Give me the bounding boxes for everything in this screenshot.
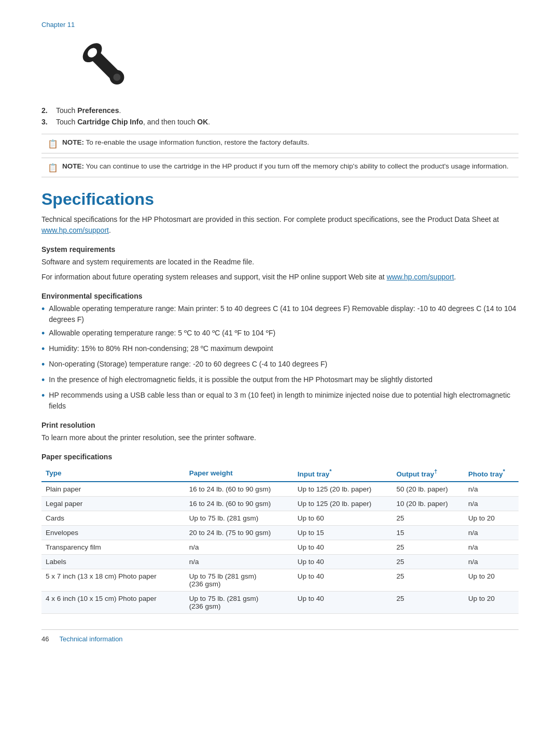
hp-support-link-1[interactable]: www.hp.com/support	[41, 226, 109, 234]
cell-type: Cards	[41, 511, 185, 525]
cell-weight: n/a	[185, 540, 293, 554]
cell-weight: 16 to 24 lb. (60 to 90 gsm)	[185, 496, 293, 511]
cell-photo: n/a	[464, 482, 519, 497]
table-row: Cards Up to 75 lb. (281 gsm) Up to 60 25…	[41, 511, 519, 525]
env-bullet-4: • Non-operating (Storage) temperature ra…	[41, 359, 519, 372]
cell-input: Up to 40	[293, 554, 393, 569]
step-3: 3. Touch Cartridge Chip Info, and then t…	[41, 118, 519, 126]
cell-output: 15	[393, 525, 465, 540]
cell-photo: Up to 20	[464, 511, 519, 525]
cell-type: Transparency film	[41, 540, 185, 554]
table-row: 5 x 7 inch (13 x 18 cm) Photo paper Up t…	[41, 569, 519, 591]
cell-input: Up to 15	[293, 525, 393, 540]
cell-type: 4 x 6 inch (10 x 15 cm) Photo paper	[41, 591, 185, 613]
cell-photo: Up to 20	[464, 569, 519, 591]
chapter-label: Chapter 11	[41, 21, 519, 29]
col-paper-weight: Paper weight	[185, 465, 293, 482]
note-icon-1: 📋	[48, 139, 58, 149]
note-2: 📋 NOTE: You can continue to use the cart…	[41, 158, 519, 177]
environmental-title: Environmental specifications	[41, 292, 519, 300]
footer: 46 Technical information	[41, 629, 519, 643]
col-output-tray: Output tray†	[393, 465, 465, 482]
env-bullet-5: • In the presence of high electromagneti…	[41, 374, 519, 387]
col-photo-tray: Photo tray*	[464, 465, 519, 482]
wrench-icon	[73, 34, 135, 96]
system-requirements-text1: Software and system requirements are loc…	[41, 257, 519, 268]
env-bullet-1: • Allowable operating temperature range:…	[41, 303, 519, 325]
step-list: 2. Touch Preferences. 3. Touch Cartridge…	[41, 106, 519, 126]
cell-input: Up to 40	[293, 591, 393, 613]
table-row: Labels n/a Up to 40 25 n/a	[41, 554, 519, 569]
specifications-title: Specifications	[41, 190, 519, 209]
cell-weight: 16 to 24 lb. (60 to 90 gsm)	[185, 482, 293, 497]
table-header-row: Type Paper weight Input tray* Output tra…	[41, 465, 519, 482]
table-row: Legal paper 16 to 24 lb. (60 to 90 gsm) …	[41, 496, 519, 511]
table-row: Transparency film n/a Up to 40 25 n/a	[41, 540, 519, 554]
hp-support-link-2[interactable]: www.hp.com/support	[387, 273, 454, 281]
specifications-intro: Technical specifications for the HP Phot…	[41, 214, 519, 236]
cell-type: Labels	[41, 554, 185, 569]
table-row: 4 x 6 inch (10 x 15 cm) Photo paper Up t…	[41, 591, 519, 613]
note-1: 📋 NOTE: To re-enable the usage informati…	[41, 134, 519, 153]
step-2: 2. Touch Preferences.	[41, 106, 519, 115]
env-bullet-3: • Humidity: 15% to 80% RH non-condensing…	[41, 343, 519, 356]
note-icon-2: 📋	[48, 163, 58, 173]
cell-input: Up to 40	[293, 540, 393, 554]
footer-page-number: 46	[41, 635, 49, 643]
cell-weight: Up to 75 lb (281 gsm)(236 gsm)	[185, 569, 293, 591]
cell-output: 25	[393, 569, 465, 591]
note-1-text: NOTE: To re-enable the usage information…	[62, 138, 309, 146]
cell-output: 25	[393, 591, 465, 613]
footer-section-label: Technical information	[59, 635, 122, 643]
environmental-bullets: • Allowable operating temperature range:…	[41, 303, 519, 412]
cell-input: Up to 125 (20 lb. paper)	[293, 496, 393, 511]
system-requirements-title: System requirements	[41, 245, 519, 254]
cell-input: Up to 125 (20 lb. paper)	[293, 482, 393, 497]
cell-weight: n/a	[185, 554, 293, 569]
env-bullet-6: • HP recommends using a USB cable less t…	[41, 390, 519, 412]
table-row: Envelopes 20 to 24 lb. (75 to 90 gsm) Up…	[41, 525, 519, 540]
cell-weight: 20 to 24 lb. (75 to 90 gsm)	[185, 525, 293, 540]
paper-specifications-table: Type Paper weight Input tray* Output tra…	[41, 465, 519, 614]
note-2-text: NOTE: You can continue to use the cartri…	[62, 162, 509, 170]
cell-weight: Up to 75 lb. (281 gsm)(236 gsm)	[185, 591, 293, 613]
cell-photo: n/a	[464, 554, 519, 569]
cell-weight: Up to 75 lb. (281 gsm)	[185, 511, 293, 525]
print-resolution-title: Print resolution	[41, 421, 519, 429]
cell-photo: n/a	[464, 525, 519, 540]
cell-output: 25	[393, 511, 465, 525]
cell-output: 50 (20 lb. paper)	[393, 482, 465, 497]
cell-type: Envelopes	[41, 525, 185, 540]
print-resolution-text: To learn more about the printer resoluti…	[41, 432, 519, 443]
cell-type: Legal paper	[41, 496, 185, 511]
cell-input: Up to 60	[293, 511, 393, 525]
paper-specifications-title: Paper specifications	[41, 453, 519, 461]
cell-output: 10 (20 lb. paper)	[393, 496, 465, 511]
cell-output: 25	[393, 554, 465, 569]
env-bullet-2: • Allowable operating temperature range:…	[41, 328, 519, 341]
system-requirements-text2: For information about future operating s…	[41, 272, 519, 283]
cell-photo: Up to 20	[464, 591, 519, 613]
cell-photo: n/a	[464, 540, 519, 554]
cell-type: 5 x 7 inch (13 x 18 cm) Photo paper	[41, 569, 185, 591]
cell-output: 25	[393, 540, 465, 554]
cell-input: Up to 40	[293, 569, 393, 591]
cell-photo: n/a	[464, 496, 519, 511]
table-row: Plain paper 16 to 24 lb. (60 to 90 gsm) …	[41, 482, 519, 497]
col-type: Type	[41, 465, 185, 482]
cell-type: Plain paper	[41, 482, 185, 497]
col-input-tray: Input tray*	[293, 465, 393, 482]
